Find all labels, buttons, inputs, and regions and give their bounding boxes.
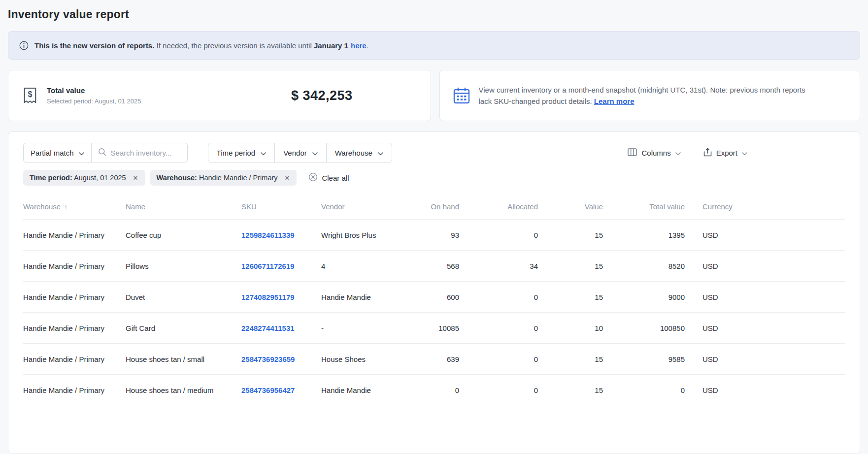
cell-warehouse: Handie Mandie / Primary [23,220,126,251]
cell-on_hand: 600 [399,282,459,313]
cell-warehouse: Handie Mandie / Primary [23,251,126,282]
cell-name: House shoes tan / small [126,344,241,375]
sku-link[interactable]: 2248274411531 [241,324,295,332]
table-row[interactable]: Handie Mandie / PrimaryCoffee cup1259824… [23,220,845,251]
search-box [92,143,187,162]
cell-name: Gift Card [126,313,241,344]
column-header-total_value[interactable]: Total value [603,196,685,220]
cell-allocated: 0 [459,375,538,406]
export-icon [703,148,712,158]
warehouse-filter[interactable]: Warehouse [326,143,392,162]
money-icon: $ [22,86,38,105]
total-value-amount: $ 342,253 [291,88,353,103]
cell-name: Duvet [126,282,241,313]
chip-label: Time period: [30,174,72,182]
vendor-filter[interactable]: Vendor [274,143,327,162]
cell-total_value: 0 [603,375,685,406]
table-row[interactable]: Handie Mandie / PrimaryHouse shoes tan /… [23,344,845,375]
cell-name: Pillows [126,251,241,282]
cell-warehouse: Handie Mandie / Primary [23,282,126,313]
cell-warehouse: Handie Mandie / Primary [23,375,126,406]
cell-name: Coffee cup [126,220,241,251]
close-icon[interactable]: ✕ [133,174,139,182]
learn-more-link[interactable]: Learn more [594,97,634,105]
chip-value: August, 01 2025 [72,174,126,182]
selected-period-label: Selected period: August, 01 2025 [47,97,141,105]
columns-button[interactable]: Columns [628,148,680,158]
cell-total_value: 100850 [603,313,685,344]
cell-value: 15 [538,375,603,406]
match-type-dropdown[interactable]: Partial match [24,143,92,162]
total-value-text: Total value Selected period: August, 01 … [47,86,141,105]
table-row[interactable]: Handie Mandie / PrimaryDuvet127408295117… [23,282,845,313]
cell-currency: USD [685,375,845,406]
chevron-down-icon [312,149,318,157]
sku-link[interactable]: 2584736923659 [241,355,295,363]
banner-date: January 1 [314,41,348,50]
inventory-table: Warehouse↑NameSKUVendorOn handAllocatedV… [23,196,845,406]
cell-total_value: 1395 [603,220,685,251]
total-value-title: Total value [47,86,141,95]
sort-asc-icon: ↑ [64,203,67,211]
time-period-filter[interactable]: Time period [208,143,275,162]
chevron-down-icon [261,149,266,157]
clear-all-label: Clear all [322,174,349,182]
cell-on_hand: 93 [399,220,459,251]
total-value-card: $ Total value Selected period: August, 0… [8,70,431,121]
search-group: Partial match [23,143,188,162]
page: Inventory value report This is the new v… [0,0,868,454]
search-icon [98,148,106,158]
active-filters-row: Time period: August, 01 2025 ✕ Warehouse… [23,170,845,186]
export-button[interactable]: Export [703,148,747,158]
previous-version-link[interactable]: here [351,41,367,50]
sku-link[interactable]: 1274082951179 [241,293,295,301]
column-header-value[interactable]: Value [538,196,603,220]
snapshot-description: View current inventory or a month-end sn… [479,84,819,107]
sku-link[interactable]: 1260671172619 [241,262,295,270]
banner-normal-text: If needed, the previous version is avail… [154,41,314,50]
cell-warehouse: Handie Mandie / Primary [23,313,126,344]
search-input[interactable] [111,149,181,157]
svg-text:$: $ [28,90,33,98]
calendar-icon [453,87,470,104]
column-header-on_hand[interactable]: On hand [399,196,459,220]
toolbar: Partial match Time period [23,143,845,162]
cell-total_value: 9585 [603,344,685,375]
cell-value: 15 [538,282,603,313]
sku-link[interactable]: 2584736956427 [241,386,295,394]
close-icon[interactable]: ✕ [284,174,291,182]
cell-currency: USD [685,344,845,375]
sku-link[interactable]: 1259824611339 [241,231,295,239]
cell-name: House shoes tan / medium [126,375,241,406]
filter-chip-time-period: Time period: August, 01 2025 ✕ [23,170,145,186]
time-period-filter-label: Time period [217,149,256,157]
column-header-currency[interactable]: Currency [685,196,845,220]
clear-all-button[interactable]: Clear all [308,172,349,183]
column-header-sku[interactable]: SKU [241,196,321,220]
cell-currency: USD [685,282,845,313]
column-header-vendor[interactable]: Vendor [321,196,399,220]
filter-group: Time period Vendor Warehouse [208,143,392,162]
match-type-label: Partial match [31,149,74,157]
cell-total_value: 8520 [603,251,685,282]
filter-chip-warehouse: Warehouse: Handie Mandie / Primary ✕ [150,170,297,186]
chevron-down-icon [79,149,84,157]
cell-value: 10 [538,313,603,344]
cell-value: 15 [538,251,603,282]
banner-suffix: . [367,41,368,50]
report-panel: Partial match Time period [8,131,860,454]
table-row[interactable]: Handie Mandie / PrimaryGift Card22482744… [23,313,845,344]
cell-on_hand: 639 [399,344,459,375]
cell-vendor: House Shoes [321,344,399,375]
table-row[interactable]: Handie Mandie / PrimaryPillows1260671172… [23,251,845,282]
column-header-allocated[interactable]: Allocated [459,196,538,220]
cell-sku: 2248274411531 [241,313,321,344]
cell-allocated: 0 [459,220,538,251]
table-row[interactable]: Handie Mandie / PrimaryHouse shoes tan /… [23,375,845,406]
column-header-warehouse[interactable]: Warehouse↑ [23,196,126,220]
clear-all-icon [308,172,318,183]
cell-sku: 1260671172619 [241,251,321,282]
cell-on_hand: 568 [399,251,459,282]
column-header-name[interactable]: Name [126,196,241,220]
cell-sku: 1259824611339 [241,220,321,251]
